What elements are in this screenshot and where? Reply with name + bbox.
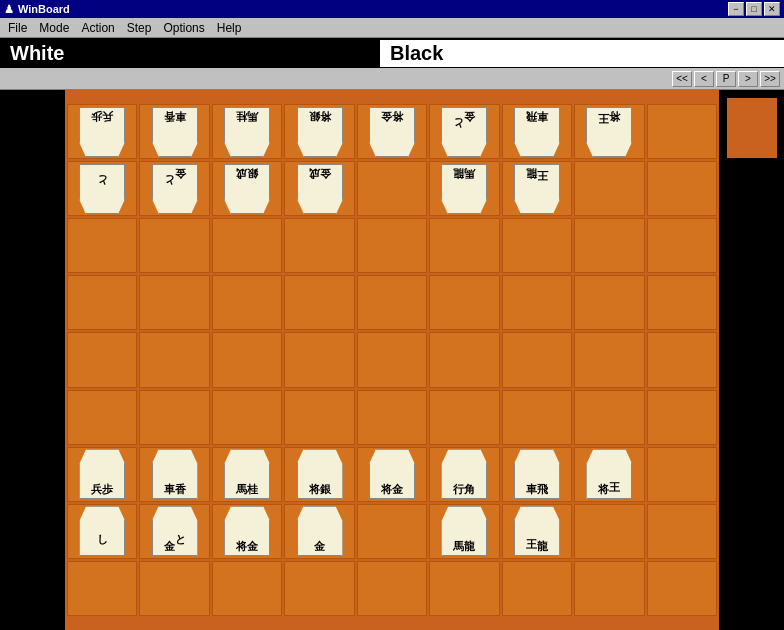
cell-r4c1[interactable] [67, 275, 137, 330]
piece-r7c4[interactable]: 銀将 [297, 449, 343, 499]
cell-r7c7[interactable]: 飛車 [502, 447, 572, 502]
cell-r8c6[interactable]: 龍馬 [429, 504, 499, 559]
cell-r5c4[interactable] [284, 332, 354, 387]
piece-r1c2[interactable]: 香車 [152, 107, 198, 157]
piece-r2c2[interactable]: と金 [152, 164, 198, 214]
cell-r6c8[interactable] [574, 390, 644, 445]
piece-r8c1[interactable]: し [79, 506, 125, 556]
piece-r2c3[interactable]: 成銀 [224, 164, 270, 214]
cell-r9c3[interactable] [212, 561, 282, 616]
piece-r2c6[interactable]: 龍馬 [441, 164, 487, 214]
cell-r1c4[interactable]: 銀将 [284, 104, 354, 159]
cell-r3c9[interactable] [647, 218, 717, 273]
cell-r8c4[interactable]: 金 [284, 504, 354, 559]
piece-r7c7[interactable]: 飛車 [514, 449, 560, 499]
cell-r8c2[interactable]: と金 [139, 504, 209, 559]
cell-r6c5[interactable] [357, 390, 427, 445]
cell-r3c6[interactable] [429, 218, 499, 273]
cell-r1c9[interactable] [647, 104, 717, 159]
cell-r5c3[interactable] [212, 332, 282, 387]
piece-r7c2[interactable]: 香車 [152, 449, 198, 499]
cell-r8c9[interactable] [647, 504, 717, 559]
cell-r1c6[interactable]: と金 [429, 104, 499, 159]
cell-r9c2[interactable] [139, 561, 209, 616]
nav-next-button[interactable]: > [738, 71, 758, 87]
cell-r6c4[interactable] [284, 390, 354, 445]
cell-r8c3[interactable]: 金将 [212, 504, 282, 559]
cell-r4c5[interactable] [357, 275, 427, 330]
cell-r8c7[interactable]: 龍王 [502, 504, 572, 559]
close-button[interactable]: ✕ [764, 2, 780, 16]
cell-r2c4[interactable]: 成金 [284, 161, 354, 216]
piece-r2c1[interactable]: と [79, 164, 125, 214]
cell-r4c9[interactable] [647, 275, 717, 330]
piece-r1c5[interactable]: 金将 [369, 107, 415, 157]
piece-r7c3[interactable]: 桂馬 [224, 449, 270, 499]
cell-r7c9[interactable] [647, 447, 717, 502]
cell-r5c2[interactable] [139, 332, 209, 387]
cell-r4c6[interactable] [429, 275, 499, 330]
menu-mode[interactable]: Mode [33, 19, 75, 37]
cell-r4c8[interactable] [574, 275, 644, 330]
piece-r1c6[interactable]: と金 [441, 107, 487, 157]
cell-r2c3[interactable]: 成銀 [212, 161, 282, 216]
piece-r8c3[interactable]: 金将 [224, 506, 270, 556]
cell-r3c7[interactable] [502, 218, 572, 273]
piece-r2c4[interactable]: 成金 [297, 164, 343, 214]
cell-r9c9[interactable] [647, 561, 717, 616]
menu-options[interactable]: Options [157, 19, 210, 37]
cell-r7c2[interactable]: 香車 [139, 447, 209, 502]
cell-r7c4[interactable]: 銀将 [284, 447, 354, 502]
cell-r9c1[interactable] [67, 561, 137, 616]
cell-r1c1[interactable]: 歩兵 [67, 104, 137, 159]
nav-prev-button[interactable]: < [694, 71, 714, 87]
cell-r3c1[interactable] [67, 218, 137, 273]
cell-r8c1[interactable]: し [67, 504, 137, 559]
nav-first-button[interactable]: << [672, 71, 692, 87]
cell-r2c2[interactable]: と金 [139, 161, 209, 216]
cell-r1c2[interactable]: 香車 [139, 104, 209, 159]
maximize-button[interactable]: □ [746, 2, 762, 16]
menu-file[interactable]: File [2, 19, 33, 37]
piece-r2c7[interactable]: 龍王 [514, 164, 560, 214]
cell-r1c3[interactable]: 桂馬 [212, 104, 282, 159]
cell-r9c5[interactable] [357, 561, 427, 616]
piece-r1c3[interactable]: 桂馬 [224, 107, 270, 157]
shogi-board[interactable]: 歩兵 香車 桂馬 銀将 [65, 102, 719, 618]
menu-step[interactable]: Step [121, 19, 158, 37]
menu-action[interactable]: Action [75, 19, 120, 37]
cell-r6c6[interactable] [429, 390, 499, 445]
cell-r2c9[interactable] [647, 161, 717, 216]
piece-r1c4[interactable]: 銀将 [297, 107, 343, 157]
cell-r3c5[interactable] [357, 218, 427, 273]
cell-r5c9[interactable] [647, 332, 717, 387]
piece-r1c8[interactable]: 王将 [586, 107, 632, 157]
cell-r2c8[interactable] [574, 161, 644, 216]
piece-r7c6[interactable]: 角行 [441, 449, 487, 499]
cell-r5c1[interactable] [67, 332, 137, 387]
cell-r7c8[interactable]: 王将 [574, 447, 644, 502]
cell-r6c3[interactable] [212, 390, 282, 445]
cell-r2c5[interactable] [357, 161, 427, 216]
cell-r4c3[interactable] [212, 275, 282, 330]
menu-help[interactable]: Help [211, 19, 248, 37]
cell-r9c8[interactable] [574, 561, 644, 616]
cell-r6c1[interactable] [67, 390, 137, 445]
cell-r5c8[interactable] [574, 332, 644, 387]
cell-r3c2[interactable] [139, 218, 209, 273]
nav-pause-button[interactable]: P [716, 71, 736, 87]
cell-r7c5[interactable]: 金将 [357, 447, 427, 502]
cell-r6c2[interactable] [139, 390, 209, 445]
piece-r8c6[interactable]: 龍馬 [441, 506, 487, 556]
piece-r1c1[interactable]: 歩兵 [79, 107, 125, 157]
cell-r6c9[interactable] [647, 390, 717, 445]
cell-r4c7[interactable] [502, 275, 572, 330]
cell-r5c6[interactable] [429, 332, 499, 387]
cell-r7c1[interactable]: 歩兵 [67, 447, 137, 502]
cell-r1c5[interactable]: 金将 [357, 104, 427, 159]
cell-r1c7[interactable]: 飛車 [502, 104, 572, 159]
minimize-button[interactable]: − [728, 2, 744, 16]
cell-r8c5[interactable] [357, 504, 427, 559]
cell-r8c8[interactable] [574, 504, 644, 559]
cell-r7c3[interactable]: 桂馬 [212, 447, 282, 502]
